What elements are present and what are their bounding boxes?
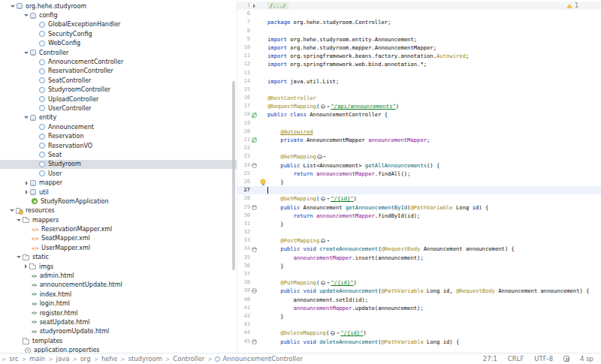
code-line[interactable]: 45 public void deleteAnnouncement(@PathV… [237,338,601,346]
url-inlay-hint[interactable] [331,331,340,336]
tree-item[interactable]: StudyRoomApplication [0,197,237,206]
code-line[interactable]: 9import org.hehe.studyroom.entity.Announ… [237,35,601,44]
code-line[interactable]: 14import java.util.List; [237,77,601,86]
rest-endpoint-gutter-icon[interactable] [252,205,257,210]
rest-endpoint-gutter-icon[interactable] [252,339,257,344]
code-line[interactable]: 35 announcementMapper.insert(announcemen… [237,254,601,262]
code-line[interactable]: 37 [237,270,601,278]
tree-item[interactable]: </>SeatMapper.xml [0,234,237,243]
url-inlay-hint[interactable] [317,155,326,160]
code-line[interactable]: 27 [237,186,601,194]
tree-item[interactable]: <>seatUpdate.html [0,317,237,326]
tree-item[interactable]: config [0,11,237,20]
chevron-down-icon[interactable] [9,209,15,212]
chevron-down-icon[interactable] [10,5,16,8]
code-line[interactable]: 41 announcementMapper.update(announcemen… [237,304,601,312]
code-line[interactable]: 44 @DeleteMapping("/{id}") [237,329,601,337]
breadcrumb-item[interactable]: Controller [173,355,204,362]
chevron-right-icon[interactable] [23,190,29,194]
code-line[interactable]: 20 @Autowired [237,128,601,136]
status-plugin-icon[interactable] [563,356,569,362]
code-line[interactable]: 18public class AnnouncementController { [237,110,601,119]
code-line[interactable]: 33 @PostMapping [237,236,601,245]
breadcrumb-item[interactable]: src [9,355,18,362]
code-line[interactable]: 16@RestController [237,94,601,102]
chevron-down-icon[interactable] [16,256,22,258]
tree-item[interactable]: application.properties [0,345,237,353]
url-inlay-hint[interactable] [321,239,330,244]
tree-item[interactable]: UserController [0,104,237,113]
tree-item[interactable]: SecurityConfig [0,29,237,38]
rest-endpoint-gutter-icon[interactable] [252,247,257,252]
rest-endpoint-gutter-icon[interactable] [252,288,257,293]
breadcrumb-item[interactable]: hehe [101,355,117,362]
code-line[interactable]: 40 announcement.setId(id); [237,296,601,304]
tree-item[interactable]: <>studyroomUpdate.html [0,327,237,336]
code-line[interactable]: 26 } [237,178,601,186]
url-inlay-hint[interactable] [321,197,330,202]
tree-item[interactable]: static [0,253,237,262]
code-line[interactable]: 42 } [237,312,601,320]
breadcrumb-item[interactable]: main [29,355,45,362]
tree-item[interactable]: AnnouncementController [0,57,237,66]
breadcrumb-item[interactable]: org [80,355,91,362]
code-line[interactable]: 6 [237,10,601,18]
tree-item[interactable]: <>register.html [0,308,237,317]
code-line[interactable]: 43 [237,320,601,329]
code-line[interactable]: 19 [237,119,601,128]
code-line[interactable]: 22 [237,144,601,152]
chevron-down-icon[interactable] [23,14,29,17]
code-line[interactable]: 13 [237,69,601,77]
line-ending-widget[interactable]: CRLF [508,355,524,362]
intention-bulb-icon[interactable] [261,179,265,184]
url-inlay-hint[interactable] [321,104,330,110]
tree-item[interactable]: entity [0,113,237,122]
code-line[interactable]: 7package org.hehe.studyroom.Controller; [237,18,601,26]
spring-bean-gutter-icon[interactable] [252,137,257,143]
breadcrumb-item[interactable]: AnnouncementController [215,355,303,362]
code-line[interactable]: 36 } [237,262,601,270]
tree-item[interactable]: Reservation [0,131,237,140]
breadcrumb-item[interactable]: java [56,355,70,362]
code-line[interactable]: 30 return announcementMapper.findById(id… [237,212,601,220]
tree-item[interactable]: util [0,188,237,197]
tree-item[interactable]: imgs [0,262,237,271]
tree-scrollbar-thumb[interactable] [232,81,235,270]
tree-item[interactable]: org.hehe.studyroom [0,2,237,11]
tree-item[interactable]: ReservationController [0,67,237,76]
code-line[interactable]: 8 [237,27,601,35]
tree-item[interactable]: <>admin.html [0,271,237,280]
tree-item[interactable]: templates [0,336,237,345]
code-line[interactable]: 10import org.hehe.studyroom.mapper.Annou… [237,44,601,52]
caret-position-widget[interactable]: 27:1 [483,355,497,362]
chevron-right-icon[interactable] [23,181,29,185]
tree-item[interactable]: Announcement [0,122,237,131]
tree-item[interactable]: User [0,169,237,178]
tree-item[interactable]: resources [0,206,237,215]
chevron-right-icon[interactable] [23,264,29,269]
code-line[interactable]: 21 private AnnouncementMapper announceme… [237,136,601,144]
tree-item[interactable]: Controller [0,48,237,57]
spring-bean-gutter-icon[interactable] [252,113,257,118]
code-line[interactable]: 29 public Announcement getAnnouncementBy… [237,203,601,212]
chevron-down-icon[interactable] [16,219,22,221]
chevron-down-icon[interactable] [23,116,29,119]
tree-item[interactable]: Seat [0,150,237,159]
code-line[interactable]: 11import org.springframework.beans.facto… [237,52,601,60]
tree-item[interactable]: Studyroom [0,160,237,169]
breadcrumb-item[interactable]: studyroom [128,355,162,362]
code-line[interactable]: 32 [237,228,601,236]
code-line[interactable]: 25 return announcementMapper.findAll(); [237,170,601,178]
tree-item[interactable]: UploadController [0,95,237,104]
tree-item[interactable]: <>login.html [0,299,237,308]
code-line[interactable]: 31 } [237,220,601,228]
tree-item[interactable]: GlobalExceptionHandler [0,20,237,29]
code-line[interactable]: 34 public void createAnnouncement(@Reque… [237,245,601,253]
code-line[interactable]: 38 @PutMapping("/{id}") [237,278,601,287]
code-line[interactable]: 24 public List<Announcement> getAllAnnou… [237,161,601,170]
tree-item[interactable]: mapper [0,178,237,187]
tree-item[interactable]: WebConfig [0,39,237,48]
code-line[interactable]: 39 public void updateAnnouncement(@PathV… [237,287,601,295]
indent-widget[interactable]: 4 sp [580,355,593,362]
code-line[interactable]: 28 @GetMapping("/{id}") [237,194,601,203]
